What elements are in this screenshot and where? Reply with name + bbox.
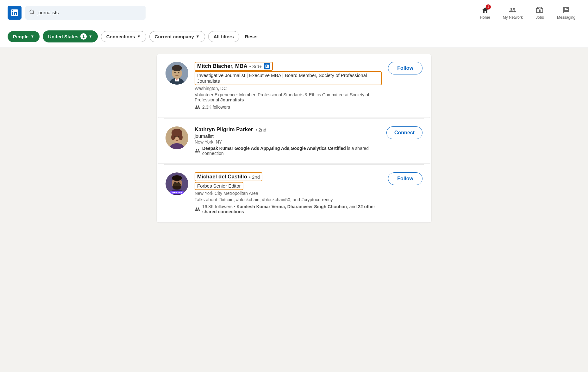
search-container[interactable] [25, 6, 146, 20]
current-company-chevron-icon: ▼ [196, 34, 200, 39]
name-row-michael: Michael del Castillo • 2nd [195, 172, 382, 181]
mitch-name: Mitch Blacher, MBA [197, 63, 247, 69]
jobs-icon [535, 6, 544, 15]
current-company-filter-btn[interactable]: Current company ▼ [149, 31, 205, 42]
person-info-mitch: Mitch Blacher, MBA • 3rd+ Investigative … [195, 62, 382, 110]
michael-action-area: Follow [388, 172, 422, 185]
mitch-degree: • 3rd+ [249, 64, 262, 69]
kathryn-location: New York, NY [195, 139, 380, 144]
united-states-filter-btn[interactable]: United States 1 ▼ [43, 30, 98, 42]
connections-filter-btn[interactable]: Connections ▼ [101, 31, 146, 42]
michael-followers-row: 16.8K followers • Kamlesh Kumar Verma, D… [195, 204, 382, 214]
nav-home[interactable]: 1 Home [475, 3, 495, 22]
people-chevron-icon: ▼ [30, 34, 34, 39]
michael-name: Michael del Castillo [197, 174, 247, 180]
person-info-michael: Michael del Castillo • 2nd Forbes Senior… [195, 172, 382, 214]
nav-jobs[interactable]: Jobs [530, 3, 549, 22]
svg-point-25 [173, 183, 181, 186]
nav-jobs-label: Jobs [536, 15, 544, 20]
mitch-headline: Investigative Journalist | Executive MBA… [197, 73, 367, 84]
svg-line-1 [33, 13, 34, 14]
table-row: Kathryn Pilgrim Parker • 2nd journalist … [157, 119, 431, 164]
kathryn-shared-connection: Deepak Kumar Google Ads App,Bing Ads,Goo… [195, 146, 380, 156]
messaging-icon [562, 6, 571, 15]
shared-connection-icon [195, 148, 200, 154]
people-filter-label: People [13, 34, 28, 39]
results-area: Mitch Blacher, MBA • 3rd+ Investigative … [152, 54, 436, 222]
home-icon: 1 [481, 6, 490, 15]
michael-followers-icon [195, 206, 200, 212]
results-cards: Mitch Blacher, MBA • 3rd+ Investigative … [157, 54, 431, 222]
united-states-filter-label: United States [48, 34, 78, 39]
svg-point-19 [178, 136, 179, 138]
kathryn-connect-button[interactable]: Connect [386, 126, 422, 139]
mitch-headline-highlight-box: Investigative Journalist | Executive MBA… [195, 71, 382, 85]
svg-point-26 [172, 175, 182, 181]
svg-point-8 [172, 65, 182, 71]
michael-location: New York City Metropolitan Area [195, 191, 382, 196]
kathryn-avatar-illustration [166, 126, 188, 149]
michael-snippet: Talks about #bitcoin, #blockchain, #bloc… [195, 197, 382, 202]
mitch-location: Washington, DC [195, 86, 382, 91]
svg-point-9 [174, 72, 176, 74]
mitch-snippet: Volunteer Experience: Member, Profession… [195, 92, 382, 102]
mitch-followers-row: 2.3K followers [195, 104, 382, 110]
table-row: Mitch Blacher, MBA • 3rd+ Investigative … [157, 54, 431, 118]
svg-point-0 [30, 10, 34, 14]
connections-filter-label: Connections [106, 34, 135, 39]
mitch-followers-count: 2.3K followers [202, 105, 230, 110]
michael-followers-count: 16.8K followers • Kamlesh Kumar Verma, D… [202, 204, 382, 214]
kathryn-headline: journalist [195, 133, 380, 139]
kathryn-degree: • 2nd [255, 127, 266, 132]
michael-follow-button[interactable]: Follow [388, 172, 422, 185]
all-filters-btn[interactable]: All filters [208, 31, 239, 42]
michael-name-highlight-box: Michael del Castillo • 2nd [195, 172, 262, 181]
current-company-filter-label: Current company [155, 34, 194, 39]
michael-headline-highlight-box: Forbes Senior Editor [195, 182, 243, 190]
name-row-kathryn: Kathryn Pilgrim Parker • 2nd [195, 126, 380, 133]
mitch-name-highlight-box: Mitch Blacher, MBA • 3rd+ [195, 62, 273, 71]
svg-point-27 [174, 182, 176, 183]
nav-my-network-label: My Network [503, 15, 523, 20]
avatar: #HIRING [166, 172, 188, 195]
table-row: #HIRING Michael del Castillo • 2nd Forbe… [157, 165, 431, 222]
kathryn-shared-text: Deepak Kumar Google Ads App,Bing Ads,Goo… [202, 146, 380, 156]
mitch-avatar-illustration [166, 62, 188, 85]
person-info-kathryn: Kathryn Pilgrim Parker • 2nd journalist … [195, 126, 380, 156]
nav-my-network[interactable]: My Network [498, 3, 528, 22]
linkedin-premium-icon [264, 63, 270, 69]
svg-point-10 [178, 72, 179, 74]
svg-point-28 [178, 182, 179, 183]
network-icon [508, 6, 517, 15]
search-input[interactable] [37, 10, 142, 15]
reset-btn[interactable]: Reset [242, 31, 260, 42]
mitch-action-area: Follow [388, 62, 422, 74]
hiring-badge: #HIRING [170, 191, 184, 194]
connections-chevron-icon: ▼ [137, 34, 141, 39]
nav-messaging[interactable]: Messaging [552, 3, 580, 22]
people-filter-btn[interactable]: People ▼ [8, 31, 40, 42]
search-icon [29, 9, 35, 16]
michael-degree: • 2nd [249, 174, 260, 180]
mitch-follow-button[interactable]: Follow [388, 62, 422, 74]
nav-messaging-label: Messaging [557, 15, 575, 20]
linkedin-logo[interactable] [8, 6, 22, 20]
avatar [166, 62, 188, 85]
united-states-badge: 1 [80, 33, 87, 40]
home-notification-badge: 1 [486, 4, 491, 10]
main-nav: 1 Home My Network Jobs [475, 3, 580, 22]
avatar [166, 126, 188, 149]
header: 1 Home My Network Jobs [0, 0, 588, 25]
united-states-chevron-icon: ▼ [89, 34, 92, 39]
nav-home-label: Home [480, 15, 490, 20]
kathryn-name: Kathryn Pilgrim Parker [195, 126, 253, 133]
name-row-mitch: Mitch Blacher, MBA • 3rd+ [195, 62, 382, 71]
michael-headline: Forbes Senior Editor [197, 183, 241, 189]
filter-bar: People ▼ United States 1 ▼ Connections ▼… [0, 25, 588, 48]
kathryn-action-area: Connect [386, 126, 422, 139]
svg-point-18 [174, 136, 176, 138]
followers-icon [195, 104, 200, 110]
